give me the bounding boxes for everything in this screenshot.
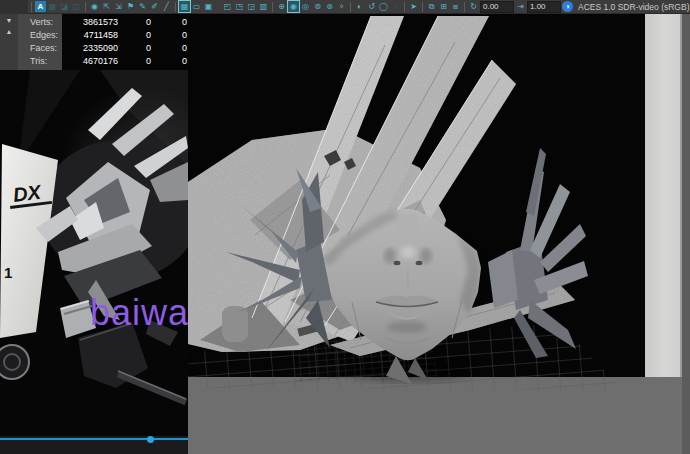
panel-b-icon[interactable]: ⊞ bbox=[438, 1, 449, 12]
hud-value: 4711458 bbox=[64, 30, 118, 40]
import-view-icon[interactable]: ⇱ bbox=[101, 1, 112, 12]
undo-view-icon[interactable]: ↺ bbox=[366, 1, 377, 12]
hud-row-tris: Tris: 4670176 0 0 bbox=[0, 54, 200, 67]
scrubber-track[interactable] bbox=[0, 438, 188, 440]
angle-step-field[interactable] bbox=[480, 1, 514, 13]
select-object-icon[interactable]: ◪ bbox=[59, 1, 70, 12]
hud-value: 4670176 bbox=[64, 56, 118, 66]
toolbar-divider bbox=[422, 2, 423, 12]
toolkit-d-icon[interactable]: ▥ bbox=[258, 1, 269, 12]
hud-value: 3861573 bbox=[64, 17, 118, 27]
pencil-icon[interactable]: ✎ bbox=[137, 1, 148, 12]
rounded-prop-object bbox=[222, 306, 248, 342]
hud-value: 0 bbox=[151, 43, 187, 53]
cursor-tool-icon[interactable]: ➤ bbox=[408, 1, 419, 12]
circle-mode-icon[interactable]: ◯ bbox=[378, 1, 389, 12]
panel-a-icon[interactable]: ⧉ bbox=[426, 1, 437, 12]
reference-photo: DX 1 bbox=[0, 70, 188, 436]
export-view-icon[interactable]: ⇲ bbox=[113, 1, 124, 12]
selection-mask-a-icon[interactable]: A bbox=[35, 1, 46, 12]
panel-collapse-tab: ▼ ▲ bbox=[0, 14, 18, 70]
brush-icon[interactable]: ✐ bbox=[149, 1, 160, 12]
hud-value: 0 bbox=[118, 17, 151, 27]
history-icon[interactable]: ◐ bbox=[354, 1, 365, 12]
point-snap-icon[interactable]: ▣ bbox=[203, 1, 214, 12]
hud-row-verts: Verts: 3861573 0 0 bbox=[0, 15, 200, 28]
white-card-object bbox=[645, 14, 682, 377]
collapse-down-button[interactable]: ▼ bbox=[3, 16, 15, 25]
card-logo-text: DX bbox=[12, 181, 44, 206]
colorspace-label[interactable]: ACES 1.0 SDR-video (sRGB) bbox=[574, 2, 690, 12]
hud-row-edges: Edges: 4711458 0 0 bbox=[0, 28, 200, 41]
toolbar-divider bbox=[175, 2, 176, 12]
hud-value: 0 bbox=[151, 30, 187, 40]
camera-icon[interactable]: ◉ bbox=[89, 1, 100, 12]
toolbar-divider bbox=[350, 2, 351, 12]
hud-value: 0 bbox=[118, 30, 151, 40]
symmetry-icon[interactable]: ⊕ bbox=[276, 1, 287, 12]
toolbar-divider bbox=[31, 2, 32, 12]
status-line-toolbar: A ▦ ◪ ◫ ◉ ⇱ ⇲ ⚑ ✎ ✐ ╱ ▦ ▭ ▣ ◰ ◳ ◲ ▥ ⊕ ◉ … bbox=[0, 0, 690, 14]
card-number-text: 1 bbox=[4, 264, 12, 281]
scale-step-field[interactable] bbox=[527, 1, 561, 13]
angle-step-icon[interactable]: ↻ bbox=[468, 1, 479, 12]
watermark-text: baiwan bbox=[90, 292, 188, 334]
hud-value: 0 bbox=[151, 17, 187, 27]
hud-label: Faces: bbox=[30, 43, 64, 53]
maya-application-window: A ▦ ◪ ◫ ◉ ⇱ ⇲ ⚑ ✎ ✐ ╱ ▦ ▭ ▣ ◰ ◳ ◲ ▥ ⊕ ◉ … bbox=[0, 0, 690, 454]
sphere-snap-icon[interactable]: ◉ bbox=[288, 1, 299, 12]
panel-c-icon[interactable]: ⧈ bbox=[450, 1, 461, 12]
hud-row-faces: Faces: 2335090 0 0 bbox=[0, 41, 200, 54]
hud-label: Edges: bbox=[30, 30, 64, 40]
line-tool-icon[interactable]: ╱ bbox=[161, 1, 172, 12]
hud-label: Tris: bbox=[30, 56, 64, 66]
blank-mode-icon[interactable]: ▫ bbox=[390, 1, 401, 12]
rotate-snap-icon[interactable]: ◎ bbox=[300, 1, 311, 12]
sync-color-icon[interactable]: ◑ bbox=[562, 1, 573, 12]
hud-value: 0 bbox=[118, 43, 151, 53]
make-live-icon[interactable]: ⚬ bbox=[336, 1, 347, 12]
toolbar-left-gap bbox=[0, 0, 28, 14]
toolbar-divider bbox=[272, 2, 273, 12]
scale-step-icon[interactable]: ⇥ bbox=[515, 1, 526, 12]
toolkit-a-icon[interactable]: ◰ bbox=[222, 1, 233, 12]
surface-snap-icon[interactable]: ⊚ bbox=[312, 1, 323, 12]
toolbar-divider bbox=[85, 2, 86, 12]
bookmark-flag-icon[interactable]: ⚑ bbox=[125, 1, 136, 12]
live-surface-icon[interactable]: ⊛ bbox=[324, 1, 335, 12]
collapse-up-button[interactable]: ▲ bbox=[3, 27, 15, 36]
toolbar-divider bbox=[464, 2, 465, 12]
scrubber-handle[interactable] bbox=[147, 436, 154, 443]
hud-value: 0 bbox=[151, 56, 187, 66]
viewer-bottom-bar bbox=[0, 436, 188, 454]
hud-value: 0 bbox=[118, 56, 151, 66]
curve-snap-icon[interactable]: ▭ bbox=[191, 1, 202, 12]
select-component-icon[interactable]: ◫ bbox=[71, 1, 82, 12]
right-edge-panel bbox=[682, 14, 690, 454]
toolkit-b-icon[interactable]: ◳ bbox=[234, 1, 245, 12]
grid-snap-icon[interactable]: ▦ bbox=[179, 1, 190, 12]
toolbar-divider bbox=[404, 2, 405, 12]
reference-image-viewer[interactable]: DX 1 bbox=[0, 70, 188, 436]
toolkit-c-icon[interactable]: ◲ bbox=[246, 1, 257, 12]
hud-value: 2335090 bbox=[64, 43, 118, 53]
hud-label: Verts: bbox=[30, 17, 64, 27]
select-hierarchy-icon[interactable]: ▦ bbox=[47, 1, 58, 12]
